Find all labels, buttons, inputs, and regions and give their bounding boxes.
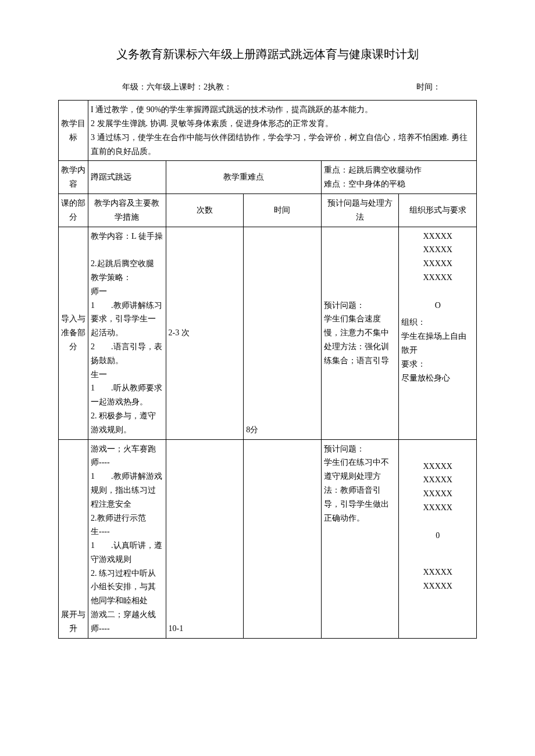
lesson-plan-table: 教学目标 I 通过教学，使 90%的学生掌握蹲踞式跳远的技术动作，提高跳跃的基本…	[58, 100, 477, 638]
meta-row: 年级：六年级上课时：2执教： 时间：	[122, 80, 477, 94]
row2-count: 10-1	[166, 439, 244, 638]
grade-label: 年级：	[122, 83, 147, 91]
grade-value: 六年级上	[147, 83, 179, 91]
content-text: 蹲踞式跳远	[88, 161, 166, 194]
lesson-label: 课时：	[179, 83, 204, 91]
row2-issues: 预计问题： 学生们在练习中不遵守规则处理方法：教师语音引导，引导学生做出正确动作…	[321, 439, 399, 638]
teacher-label: 执教：	[208, 83, 232, 91]
time-label: 时间：	[416, 83, 441, 91]
count-header: 次数	[166, 194, 244, 227]
lesson-value: 2	[204, 83, 208, 91]
row1-org-text: 组织： 学生在操场上自由散开 要求： 尽量放松身心	[401, 316, 474, 385]
row1-count: 2-3 次	[166, 227, 244, 439]
row1-org-x: XXXXX XXXXX XXXXX XXXXX O	[401, 230, 474, 313]
row1-org: XXXXX XXXXX XXXXX XXXXX O 组织： 学生在操场上自由散开…	[399, 227, 477, 439]
row1-measures: 教学内容：L 徒手操 2.起跳后腾空收腿 教学策略： 师一 1 .教师讲解练习要…	[88, 227, 166, 439]
row1-time: 8分	[244, 227, 322, 439]
row2-org-x2: XXXXX XXXXX	[401, 565, 474, 593]
org-header: 组织形式与要求	[399, 194, 477, 227]
part-header: 课的部分	[59, 194, 88, 227]
doc-title: 义务教育新课标六年级上册蹲踞式跳远体育与健康课时计划	[58, 46, 477, 62]
row2-measures: 游戏一；火车赛跑 师---- 1 .教师讲解游戏规则，指出练习过程注意安全 2.…	[88, 439, 166, 638]
issues-header: 预计问题与处理方法	[321, 194, 399, 227]
row2-org-x1: XXXXX XXXXX XXXXX XXXXX 0	[401, 460, 474, 543]
goal-label: 教学目标	[59, 101, 88, 161]
content-label: 教学内容	[59, 161, 88, 194]
row1-part: 导入与准备部分	[59, 227, 88, 439]
row2-time	[244, 439, 322, 638]
row1-issues: 预计问题： 学生们集合速度慢，注意力不集中 处理方法：强化训练集合；语言引导	[321, 227, 399, 439]
measures-header: 教学内容及主要教学措施	[88, 194, 166, 227]
time-header: 时间	[244, 194, 322, 227]
row2-org: XXXXX XXXXX XXXXX XXXXX 0 XXXXX XXXXX	[399, 439, 477, 638]
row2-part: 展开与升	[59, 439, 88, 638]
goal-text: I 通过教学，使 90%的学生掌握蹲踞式跳远的技术动作，提高跳跃的基本能力。 2…	[88, 101, 477, 161]
keypoint-text: 重点：起跳后腾空收腿动作 难点：空中身体的平稳	[321, 161, 476, 194]
keypoint-label: 教学重难点	[166, 161, 321, 194]
